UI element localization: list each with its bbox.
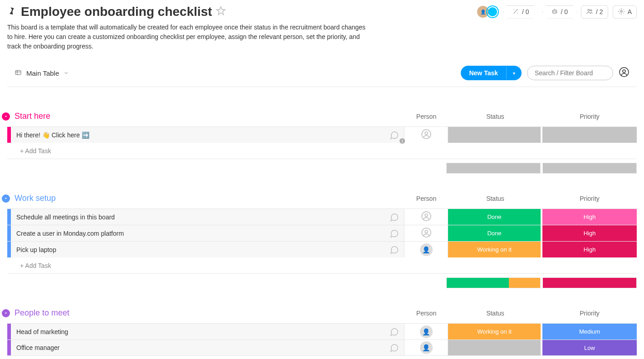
- chat-icon[interactable]: [384, 225, 405, 241]
- svg-point-14: [425, 230, 428, 233]
- priority-cell[interactable]: Medium: [542, 324, 637, 340]
- row-color: [7, 127, 11, 143]
- new-task-caret[interactable]: ▾: [506, 67, 522, 79]
- person-cell[interactable]: 👤: [405, 324, 448, 340]
- search-input[interactable]: [527, 66, 613, 80]
- star-icon[interactable]: [216, 6, 226, 18]
- svg-point-12: [425, 214, 428, 217]
- person-cell[interactable]: 👤: [405, 242, 448, 257]
- members-count[interactable]: / 2: [581, 5, 608, 19]
- task-name[interactable]: Pick up laptop: [11, 242, 384, 257]
- robot-icon: [551, 8, 558, 16]
- chat-icon[interactable]: 1: [384, 127, 405, 143]
- summary-priority: [542, 163, 637, 174]
- svg-point-5: [620, 10, 622, 12]
- group-collapse-people[interactable]: [2, 309, 10, 317]
- svg-point-13: [422, 228, 431, 237]
- priority-cell[interactable]: [542, 127, 637, 143]
- priority-cell[interactable]: Low: [542, 340, 637, 355]
- svg-point-8: [623, 70, 625, 73]
- person-placeholder-icon[interactable]: [421, 211, 432, 223]
- gear-icon: [618, 8, 625, 16]
- person-placeholder-icon[interactable]: [421, 129, 432, 141]
- row-color: [7, 340, 11, 355]
- col-header-person: Person: [405, 195, 448, 202]
- group-collapse-work[interactable]: [2, 194, 10, 203]
- avatar[interactable]: 👤: [420, 243, 433, 256]
- group-collapse-start[interactable]: [2, 112, 10, 121]
- svg-point-11: [422, 212, 431, 221]
- svg-rect-0: [552, 10, 556, 13]
- task-name[interactable]: Create a user in Monday.com platform: [11, 225, 384, 241]
- table-icon: [15, 69, 22, 78]
- group-title[interactable]: People to meet: [15, 308, 69, 318]
- status-cell[interactable]: Done: [448, 225, 542, 241]
- task-name[interactable]: Head of marketing: [11, 324, 384, 340]
- priority-cell[interactable]: High: [542, 242, 637, 257]
- status-cell[interactable]: Done: [448, 209, 542, 225]
- wand-icon: [512, 8, 519, 16]
- person-placeholder-icon[interactable]: [421, 227, 432, 240]
- group-title[interactable]: Start here: [15, 112, 50, 121]
- chevron-down-icon[interactable]: [63, 69, 69, 77]
- person-cell[interactable]: [405, 225, 448, 241]
- priority-cell[interactable]: High: [542, 225, 637, 241]
- svg-point-10: [425, 132, 428, 135]
- col-header-priority: Priority: [542, 310, 637, 317]
- group-title[interactable]: Work setup: [15, 194, 56, 203]
- add-task[interactable]: + Add Task: [11, 262, 51, 269]
- view-name[interactable]: Main Table: [26, 69, 59, 77]
- svg-point-4: [590, 10, 592, 11]
- row-color: [7, 209, 11, 225]
- summary-priority: [542, 277, 637, 288]
- svg-point-3: [588, 9, 590, 11]
- chat-icon[interactable]: [384, 242, 405, 257]
- pin-icon: [5, 4, 20, 19]
- status-cell[interactable]: Working on it: [448, 324, 542, 340]
- board-owners[interactable]: 👤: [477, 5, 499, 18]
- person-filter-icon[interactable]: [619, 67, 629, 79]
- summary-status: [446, 277, 541, 288]
- svg-rect-6: [15, 70, 21, 74]
- person-cell[interactable]: [405, 209, 448, 225]
- svg-point-1: [553, 11, 554, 12]
- svg-point-2: [555, 11, 556, 12]
- chat-icon[interactable]: [384, 209, 405, 225]
- col-header-status: Status: [448, 113, 542, 120]
- summary-status: [446, 163, 541, 174]
- col-header-status: Status: [448, 195, 542, 202]
- status-cell[interactable]: [448, 127, 542, 143]
- avatar[interactable]: 👤: [420, 325, 433, 338]
- col-header-priority: Priority: [542, 195, 637, 202]
- chat-icon[interactable]: [384, 340, 405, 355]
- svg-point-7: [620, 68, 629, 77]
- row-color: [7, 242, 11, 257]
- task-name[interactable]: Hi there! 👋 Click here ➡️: [11, 127, 384, 143]
- avatar[interactable]: 👤: [420, 341, 433, 354]
- col-header-priority: Priority: [542, 113, 637, 120]
- chat-icon[interactable]: [384, 324, 405, 340]
- person-cell[interactable]: 👤: [405, 340, 448, 355]
- integrations-count[interactable]: / 0: [503, 5, 538, 19]
- person-cell[interactable]: [405, 127, 448, 143]
- task-name[interactable]: Schedule all meetings in this board: [11, 209, 384, 225]
- task-name[interactable]: Office manager: [11, 340, 384, 355]
- new-task-button[interactable]: New Task ▾: [461, 66, 522, 80]
- board-description: This board is a template that will autom…: [7, 23, 370, 51]
- people-icon: [586, 8, 593, 16]
- board-title[interactable]: Employee onboarding checklist: [21, 5, 212, 19]
- add-task[interactable]: + Add Task: [11, 147, 51, 155]
- col-header-person: Person: [405, 113, 448, 120]
- col-header-status: Status: [448, 310, 542, 317]
- row-color: [7, 225, 11, 241]
- priority-cell[interactable]: High: [542, 209, 637, 225]
- row-color: [7, 324, 11, 340]
- status-cell[interactable]: Working on it: [448, 242, 542, 257]
- settings-button[interactable]: A: [613, 5, 637, 19]
- col-header-person: Person: [405, 310, 448, 317]
- automations-count[interactable]: / 0: [542, 5, 577, 19]
- svg-point-9: [422, 130, 431, 139]
- status-cell[interactable]: [448, 340, 542, 355]
